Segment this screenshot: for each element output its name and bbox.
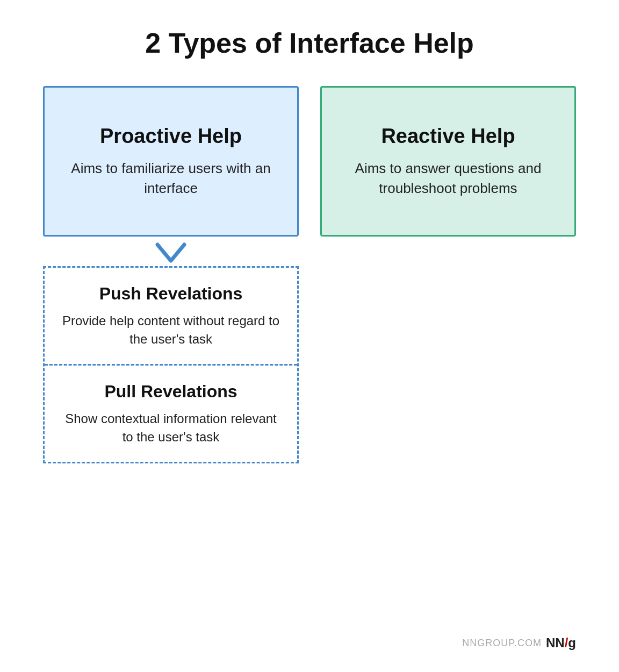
footer-logo-g: g (568, 635, 576, 650)
proactive-card: Proactive Help Aims to familiarize users… (43, 86, 299, 237)
chevron-down-icon (155, 242, 187, 263)
footer-logo-nn: NN (546, 635, 565, 650)
push-revelations-section: Push Revelations Provide help content wi… (45, 268, 297, 364)
top-cards-container: Proactive Help Aims to familiarize users… (43, 86, 576, 237)
proactive-title: Proactive Help (100, 125, 242, 148)
pull-title: Pull Revelations (61, 382, 281, 402)
push-title: Push Revelations (61, 284, 281, 304)
chevron-container (43, 237, 576, 266)
pull-revelations-section: Pull Revelations Show contextual informa… (45, 366, 297, 462)
page-title: 2 Types of Interface Help (145, 27, 474, 59)
reactive-description: Aims to answer questions and troubleshoo… (343, 159, 553, 198)
sub-cards-container: Push Revelations Provide help content wi… (43, 266, 576, 463)
footer-logo: NN/g (546, 635, 576, 650)
chevron-wrapper (43, 242, 299, 263)
revelations-dashed-box: Push Revelations Provide help content wi… (43, 266, 299, 463)
push-description: Provide help content without regard to t… (61, 312, 281, 348)
pull-description: Show contextual information relevant to … (61, 410, 281, 446)
footer: NNGROUP.COM NN/g (462, 635, 576, 650)
reactive-card: Reactive Help Aims to answer questions a… (320, 86, 576, 237)
reactive-title: Reactive Help (381, 125, 515, 148)
proactive-description: Aims to familiarize users with an interf… (66, 159, 276, 198)
footer-site: NNGROUP.COM (462, 638, 542, 649)
